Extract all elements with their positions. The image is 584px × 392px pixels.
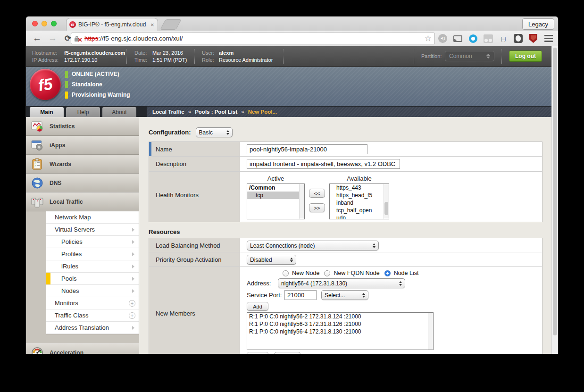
breadcrumb-current: New Pool... <box>248 109 277 115</box>
radio-label[interactable]: Node List <box>394 270 419 276</box>
load-balancing-select[interactable]: Least Connections (node) <box>247 241 379 250</box>
tab-about[interactable]: About <box>102 107 136 117</box>
disabled-extension-icon[interactable] <box>483 33 493 43</box>
extension-icons: ⟲ {≡} <box>438 32 553 45</box>
status-text: ONLINE (ACTIVE) <box>72 71 119 77</box>
priority-group-select[interactable]: Disabled <box>247 255 296 265</box>
radio-label[interactable]: New Node <box>292 270 319 276</box>
address-select[interactable]: nightly56-4 (172.31.8.130) <box>278 278 405 288</box>
insecure-lock-icon[interactable]: ✕ <box>74 35 81 42</box>
submenu-item-pools[interactable]: Pools <box>46 273 139 285</box>
member-row[interactable]: R:1 P:0 C:0 nightly56-2 172.31.8.124 :21… <box>247 313 433 320</box>
list-item[interactable]: udp <box>330 214 389 219</box>
service-port-input[interactable] <box>284 290 317 300</box>
partition-select[interactable]: Common <box>445 51 494 61</box>
ublock-shield-icon[interactable] <box>528 33 538 43</box>
member-row[interactable]: R:1 P:0 C:0 nightly56-4 172.31.8.130 :21… <box>247 328 433 335</box>
sidebar-item-dns[interactable]: DNS <box>26 174 139 192</box>
submenu-item-virtual-servers[interactable]: Virtual Servers <box>46 224 139 236</box>
sidebar-item-wizards[interactable]: ✓✓ Wizards <box>26 155 139 174</box>
statistics-icon <box>31 120 44 133</box>
svg-text:✓: ✓ <box>34 164 37 167</box>
submenu-item-irules[interactable]: iRules <box>46 260 139 273</box>
circle-extension-icon[interactable] <box>468 33 478 43</box>
window-minimize-button[interactable] <box>42 21 47 26</box>
page-scrollbar[interactable] <box>551 46 558 354</box>
braces-extension-icon[interactable]: {≡} <box>498 33 508 43</box>
window-close-button[interactable] <box>32 21 38 26</box>
move-left-button[interactable]: << <box>309 189 325 198</box>
sidebar-item-acceleration[interactable]: Acceleration <box>26 343 139 354</box>
move-buttons: << >> <box>305 182 329 219</box>
new-tab-button[interactable] <box>160 19 182 30</box>
submenu-item-policies[interactable]: Policies <box>46 236 139 248</box>
members-list[interactable]: R:1 P:0 C:0 nightly56-2 172.31.8.124 :21… <box>247 312 434 350</box>
dark-extension-icon[interactable] <box>513 33 523 43</box>
name-input[interactable] <box>247 144 367 154</box>
add-icon[interactable]: + <box>129 312 135 319</box>
breadcrumb-local-traffic[interactable]: Local Traffic <box>152 109 184 115</box>
submenu-item-nodes[interactable]: Nodes <box>46 285 139 297</box>
submenu-item-profiles[interactable]: Profiles <box>46 248 139 260</box>
back-button-icon[interactable]: ← <box>33 33 42 43</box>
cast-extension-icon[interactable] <box>453 33 463 43</box>
tab-title: BIG-IP® - f5-eng.mtv.cloud <box>78 21 148 28</box>
health-monitors-value-cell: Active /Common tcp << >> <box>240 172 542 222</box>
list-scrollbar[interactable] <box>299 184 304 219</box>
priority-group-row: Priority Group Activation Disabled <box>149 252 542 267</box>
list-scrollbar[interactable] <box>384 184 389 219</box>
load-balancing-row: Load Balancing Method Least Connections … <box>149 238 542 252</box>
priority-group-label: Priority Group Activation <box>156 256 221 263</box>
f5-logo[interactable]: f5 <box>28 67 63 102</box>
list-item[interactable]: https_head_f5 <box>330 192 389 199</box>
browser-tab[interactable]: f5 BIG-IP® - f5-eng.mtv.cloud × <box>66 18 158 31</box>
list-item[interactable]: https_443 <box>330 184 389 192</box>
add-icon[interactable]: + <box>129 300 135 307</box>
list-item[interactable]: tcp_half_open <box>330 207 389 214</box>
delete-button[interactable]: Delete <box>274 352 300 354</box>
window-zoom-button[interactable] <box>51 21 57 26</box>
submenu-item-monitors[interactable]: Monitors + <box>46 297 139 309</box>
edit-button[interactable]: Edit <box>247 352 268 354</box>
sidebar-item-iapps[interactable]: iApps <box>26 136 139 155</box>
tab-main[interactable]: Main <box>30 107 64 117</box>
tab-close-icon[interactable]: × <box>150 21 154 28</box>
port-select[interactable]: Select... <box>321 290 368 300</box>
configuration-select[interactable]: Basic <box>196 127 233 137</box>
local-traffic-icon <box>31 196 44 208</box>
bookmark-star-icon[interactable]: ☆ <box>425 33 432 43</box>
chrome-menu-icon[interactable] <box>543 33 553 43</box>
tab-help[interactable]: Help <box>66 107 100 117</box>
sidebar-item-local-traffic[interactable]: Local Traffic <box>26 192 139 211</box>
profile-button[interactable]: Legacy <box>522 18 554 30</box>
sync-extension-icon[interactable]: ⟲ <box>438 33 448 43</box>
description-label: Description <box>156 160 186 167</box>
active-monitors-list[interactable]: /Common tcp <box>247 183 305 219</box>
host-info: Hostname:f5-eng.mtv.cloudera.com IP Addr… <box>32 50 125 64</box>
move-right-button[interactable]: >> <box>309 203 325 212</box>
radio-node-list[interactable] <box>384 270 391 276</box>
radio-new-fqdn-node[interactable] <box>324 270 330 276</box>
scrollbar-thumb[interactable] <box>384 202 388 215</box>
list-item[interactable]: inband <box>330 199 389 207</box>
breadcrumb-pool-list[interactable]: Pools : Pool List <box>195 109 237 115</box>
member-row[interactable]: R:1 P:0 C:0 nightly56-3 172.31.8.126 :21… <box>247 320 433 328</box>
scrollbar-thumb[interactable] <box>553 48 557 335</box>
description-input[interactable] <box>247 159 400 169</box>
list-item-selected[interactable]: tcp <box>247 192 304 199</box>
user-info: User:alexm Role:Resource Administrator <box>202 50 273 64</box>
available-monitors-list[interactable]: https_443 https_head_f5 inband tcp_half_… <box>329 183 389 219</box>
address-bar[interactable]: ✕ https://f5-eng.sjc.cloudera.com/xui/ ☆ <box>71 33 435 44</box>
breadcrumb-separator: » <box>188 109 191 115</box>
radio-new-node[interactable] <box>283 270 289 276</box>
submenu-item-address-translation[interactable]: Address Translation <box>46 322 139 334</box>
chevron-right-icon <box>132 289 134 293</box>
submenu-item-network-map[interactable]: Network Map <box>46 211 139 224</box>
sidebar-item-statistics[interactable]: Statistics <box>26 117 139 136</box>
submenu-item-traffic-class[interactable]: Traffic Class + <box>46 309 139 322</box>
radio-label[interactable]: New FQDN Node <box>334 270 379 276</box>
list-scrollbar[interactable] <box>428 313 433 350</box>
logout-button[interactable]: Log out <box>509 50 542 62</box>
add-button[interactable]: Add <box>247 302 268 311</box>
address-line: Address: nightly56-4 (172.31.8.130) <box>247 278 542 288</box>
